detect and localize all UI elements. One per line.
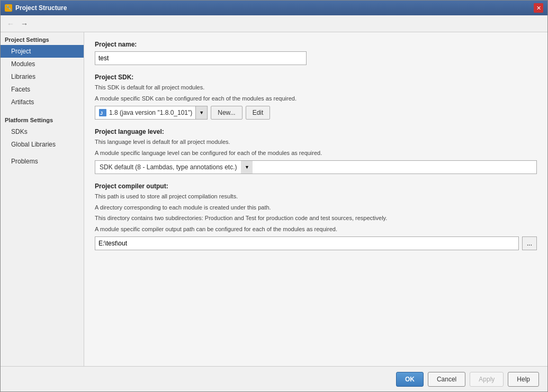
sidebar-item-sdks[interactable]: SDKs xyxy=(1,125,84,138)
main-content: Project Settings Project Modules Librari… xyxy=(1,32,547,366)
lang-section-title: Project language level: xyxy=(95,128,537,135)
ok-button[interactable]: OK xyxy=(396,372,424,387)
sidebar-item-facets[interactable]: Facets xyxy=(1,83,84,96)
forward-icon: → xyxy=(21,20,28,28)
sdk-dropdown-button[interactable]: ▼ xyxy=(195,106,207,119)
sidebar-item-libraries[interactable]: Libraries xyxy=(1,70,84,83)
content-area: Project name: Project SDK: This SDK is d… xyxy=(84,32,547,366)
sidebar: Project Settings Project Modules Librari… xyxy=(1,32,84,366)
lang-select-wrapper: SDK default (8 - Lambdas, type annotatio… xyxy=(95,160,537,174)
compiler-desc-3: This directory contains two subdirectori… xyxy=(95,214,537,223)
sdk-edit-button[interactable]: Edit xyxy=(246,106,271,120)
close-button[interactable]: ✕ xyxy=(534,3,543,13)
title-bar: 🔧 Project Structure ✕ xyxy=(1,1,547,15)
compiler-desc-1: This path is used to store all project c… xyxy=(95,192,537,201)
back-button[interactable]: ← xyxy=(5,18,16,30)
sdk-desc-1: This SDK is default for all project modu… xyxy=(95,83,537,92)
compiler-desc-4: A module specific compiler output path c… xyxy=(95,225,537,234)
cancel-button[interactable]: Cancel xyxy=(428,372,465,387)
java-sdk-icon: J xyxy=(98,108,107,117)
forward-button[interactable]: → xyxy=(19,18,30,30)
lang-desc-1: This language level is default for all p… xyxy=(95,138,537,147)
output-row: ... xyxy=(95,236,537,250)
sidebar-divider-2 xyxy=(1,151,84,155)
title-bar-left: 🔧 Project Structure xyxy=(5,4,67,12)
platform-settings-section-label: Platform Settings xyxy=(1,113,84,125)
sidebar-item-modules[interactable]: Modules xyxy=(1,58,84,70)
sdk-value-text: 1.8 (java version "1.8.0_101") xyxy=(109,109,192,116)
project-name-label: Project name: xyxy=(95,41,537,48)
lang-value-text: SDK default (8 - Lambdas, type annotatio… xyxy=(95,163,241,171)
project-settings-section-label: Project Settings xyxy=(1,32,84,45)
sidebar-item-global-libraries[interactable]: Global Libraries xyxy=(1,138,84,151)
sdk-select-label: J 1.8 (java version "1.8.0_101") xyxy=(95,108,195,117)
compiler-section-title: Project compiler output: xyxy=(95,183,537,190)
sidebar-divider xyxy=(1,108,84,113)
lang-desc-2: A module specific language level can be … xyxy=(95,149,537,158)
sdk-desc-2: A module specific SDK can be configured … xyxy=(95,94,537,103)
toolbar: ← → xyxy=(1,15,547,32)
sdk-new-button[interactable]: New... xyxy=(211,106,242,120)
sdk-section-title: Project SDK: xyxy=(95,74,537,81)
browse-button[interactable]: ... xyxy=(522,236,537,250)
lang-dropdown-button[interactable]: ▼ xyxy=(241,161,253,174)
back-icon: ← xyxy=(7,20,14,28)
window-icon: 🔧 xyxy=(5,4,12,12)
help-button[interactable]: Help xyxy=(508,372,539,387)
footer: OK Cancel Apply Help xyxy=(1,366,547,391)
sidebar-item-artifacts[interactable]: Artifacts xyxy=(1,96,84,108)
svg-text:J: J xyxy=(100,111,103,116)
project-structure-window: 🔧 Project Structure ✕ ← → Project Settin… xyxy=(0,0,548,392)
project-name-input[interactable] xyxy=(95,51,307,65)
apply-button[interactable]: Apply xyxy=(470,372,504,387)
window-title: Project Structure xyxy=(15,4,67,12)
sdk-select-wrapper: J 1.8 (java version "1.8.0_101") ▼ xyxy=(95,106,208,120)
sidebar-item-problems[interactable]: Problems xyxy=(1,155,84,168)
compiler-desc-2: A directory corresponding to each module… xyxy=(95,203,537,212)
compiler-output-input[interactable] xyxy=(95,236,519,250)
sdk-row: J 1.8 (java version "1.8.0_101") ▼ New..… xyxy=(95,106,537,120)
sidebar-item-project[interactable]: Project xyxy=(1,45,84,58)
